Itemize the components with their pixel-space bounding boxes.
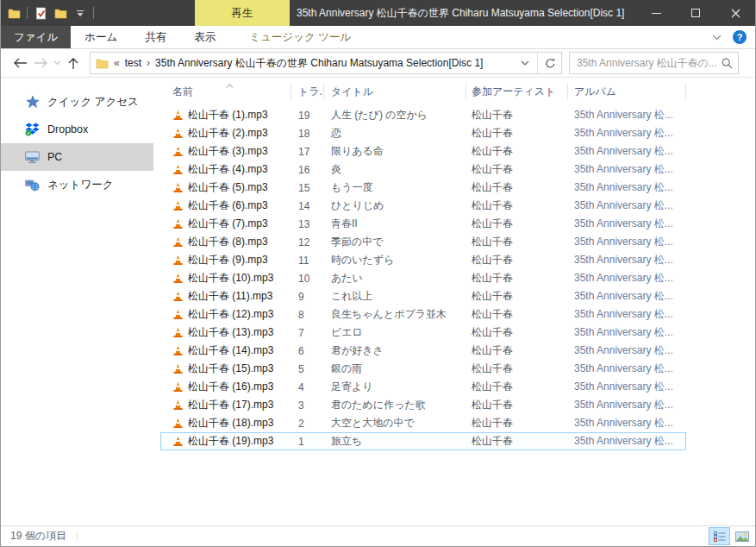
search-input[interactable]	[577, 57, 722, 69]
file-row[interactable]: 松山千春 (18).mp3 2 大空と大地の中で 松山千春 35th Anniv…	[160, 414, 686, 432]
file-row[interactable]: 松山千春 (2).mp3 18 恋 松山千春 35th Anniversary …	[160, 124, 686, 142]
sidebar-item-dropbox[interactable]: Dropbox	[1, 116, 153, 143]
vlc-cone-icon	[172, 436, 184, 447]
file-name-cell: 松山千春 (4).mp3	[160, 162, 291, 177]
file-row[interactable]: 松山千春 (17).mp3 3 君のために作った歌 松山千春 35th Anni…	[160, 396, 686, 414]
file-name-cell: 松山千春 (5).mp3	[160, 180, 291, 195]
file-name: 松山千春 (16).mp3	[188, 380, 273, 394]
file-name-cell: 松山千春 (3).mp3	[160, 144, 291, 159]
up-button[interactable]	[63, 53, 84, 73]
file-row[interactable]: 松山千春 (1).mp3 19 人生 (たび) の空から 松山千春 35th A…	[160, 106, 686, 124]
column-header-track[interactable]: トラ...	[291, 83, 324, 100]
file-row[interactable]: 松山千春 (13).mp3 7 ピエロ 松山千春 35th Anniversar…	[160, 324, 686, 342]
file-row[interactable]: 松山千春 (16).mp3 4 足寄より 松山千春 35th Anniversa…	[160, 378, 686, 396]
tab-share[interactable]: 共有	[131, 26, 180, 48]
file-name-cell: 松山千春 (8).mp3	[160, 235, 291, 249]
file-row[interactable]: 松山千春 (3).mp3 17 限りある命 松山千春 35th Annivers…	[160, 142, 686, 160]
file-row[interactable]: 松山千春 (15).mp3 5 銀の雨 松山千春 35th Anniversar…	[160, 360, 686, 378]
artist-cell: 松山千春	[466, 416, 568, 431]
breadcrumb-overflow-chevron[interactable]: «	[114, 57, 120, 69]
dropbox-icon	[25, 123, 40, 137]
file-row[interactable]: 松山千春 (5).mp3 15 もう一度 松山千春 35th Anniversa…	[160, 179, 686, 197]
sidebar-item-pc[interactable]: PC	[1, 143, 153, 171]
track-cell: 19	[291, 110, 324, 122]
minimize-button[interactable]	[636, 0, 676, 26]
file-row[interactable]: 松山千春 (9).mp3 11 時のいたずら 松山千春 35th Anniver…	[160, 251, 686, 269]
file-name: 松山千春 (4).mp3	[188, 162, 268, 177]
file-row[interactable]: 松山千春 (10).mp3 10 あたい 松山千春 35th Anniversa…	[160, 269, 686, 287]
file-row[interactable]: 松山千春 (12).mp3 8 良生ちゃんとポプラ並木 松山千春 35th An…	[160, 305, 686, 324]
vlc-cone-icon	[172, 146, 184, 157]
breadcrumb-segment-test[interactable]: test	[125, 57, 141, 69]
new-folder-icon[interactable]	[53, 6, 67, 20]
album-cell: 35th Anniversary 松...	[568, 325, 686, 340]
album-cell: 35th Anniversary 松...	[568, 434, 686, 449]
title-cell: 銀の雨	[324, 362, 466, 376]
file-name: 松山千春 (6).mp3	[188, 198, 268, 213]
file-row[interactable]: 松山千春 (6).mp3 14 ひとりじめ 松山千春 35th Annivers…	[160, 197, 686, 215]
file-name: 松山千春 (12).mp3	[188, 307, 273, 322]
forward-button[interactable]	[30, 53, 51, 73]
track-cell: 3	[291, 399, 324, 412]
vlc-cone-icon	[172, 418, 184, 429]
help-icon[interactable]: ?	[733, 30, 747, 44]
file-row[interactable]: 松山千春 (4).mp3 16 炎 松山千春 35th Anniversary …	[160, 160, 686, 179]
file-name-cell: 松山千春 (11).mp3	[160, 289, 291, 304]
album-cell: 35th Anniversary 松...	[568, 217, 686, 231]
maximize-button[interactable]	[676, 0, 715, 26]
back-button[interactable]	[9, 53, 30, 73]
folder-icon[interactable]	[7, 6, 21, 20]
expand-ribbon-chevron-icon[interactable]	[712, 31, 722, 43]
tab-home[interactable]: ホーム	[71, 26, 131, 48]
file-row[interactable]: 松山千春 (8).mp3 12 季節の中で 松山千春 35th Annivers…	[160, 233, 686, 251]
tab-music-tools[interactable]: ミュージック ツール	[237, 26, 363, 48]
details-view-button[interactable]	[709, 527, 730, 545]
recent-locations-chevron[interactable]	[51, 53, 63, 73]
contextual-tab-play[interactable]: 再生	[195, 0, 290, 26]
items-count: 19 個の項目	[10, 529, 66, 544]
breadcrumb-segment-current[interactable]: 35th Anniversary 松山千春の世界 Chiharu Matsuya…	[155, 56, 483, 71]
column-header-album[interactable]: アルバム	[568, 83, 686, 100]
vlc-cone-icon	[172, 255, 184, 266]
title-cell: 足寄より	[324, 380, 466, 394]
artist-cell: 松山千春	[466, 343, 568, 358]
thumbnails-view-button[interactable]	[731, 527, 753, 545]
column-header-title[interactable]: タイトル	[324, 83, 466, 100]
toolbar-separator	[27, 7, 28, 19]
title-cell: 君のために作った歌	[324, 398, 466, 412]
tab-file[interactable]: ファイル	[1, 26, 71, 48]
address-bar[interactable]: « test › 35th Anniversary 松山千春の世界 Chihar…	[90, 52, 562, 74]
track-cell: 18	[291, 128, 324, 140]
track-cell: 13	[291, 218, 324, 230]
track-cell: 4	[291, 381, 324, 393]
file-row[interactable]: 松山千春 (14).mp3 6 君が好きさ 松山千春 35th Annivers…	[160, 342, 686, 360]
vlc-cone-icon	[172, 236, 184, 248]
file-name: 松山千春 (18).mp3	[188, 416, 273, 431]
album-cell: 35th Anniversary 松...	[568, 380, 686, 394]
file-row[interactable]: 松山千春 (11).mp3 9 これ以上 松山千春 35th Anniversa…	[160, 287, 686, 305]
album-cell: 35th Anniversary 松...	[568, 108, 686, 123]
main-area: クイック アクセス Dropbox	[1, 78, 755, 525]
album-cell: 35th Anniversary 松...	[568, 416, 686, 431]
close-button[interactable]	[715, 0, 755, 26]
customize-toolbar-icon[interactable]	[73, 6, 87, 20]
album-cell: 35th Anniversary 松...	[568, 289, 686, 304]
file-row[interactable]: 松山千春 (7).mp3 13 青春II 松山千春 35th Anniversa…	[160, 215, 686, 233]
artist-cell: 松山千春	[466, 235, 568, 249]
search-icon[interactable]	[722, 58, 733, 69]
address-dropdown-chevron[interactable]	[514, 53, 536, 73]
artist-cell: 松山千春	[466, 253, 568, 267]
breadcrumb-separator-icon[interactable]: ›	[147, 57, 150, 69]
artist-cell: 松山千春	[466, 217, 568, 231]
tab-view[interactable]: 表示	[180, 26, 229, 48]
properties-check-icon[interactable]	[34, 6, 47, 20]
artist-cell: 松山千春	[466, 108, 568, 123]
refresh-button[interactable]	[539, 53, 561, 73]
sort-ascending-icon	[226, 79, 234, 91]
monitor-icon	[25, 150, 40, 165]
search-box[interactable]	[569, 52, 739, 74]
sidebar-item-quick-access[interactable]: クイック アクセス	[1, 88, 153, 116]
file-row[interactable]: 松山千春 (19).mp3 1 旅立ち 松山千春 35th Anniversar…	[160, 432, 686, 450]
sidebar-item-network[interactable]: ネットワーク	[1, 171, 153, 198]
column-header-artist[interactable]: 参加アーティスト	[466, 83, 568, 100]
